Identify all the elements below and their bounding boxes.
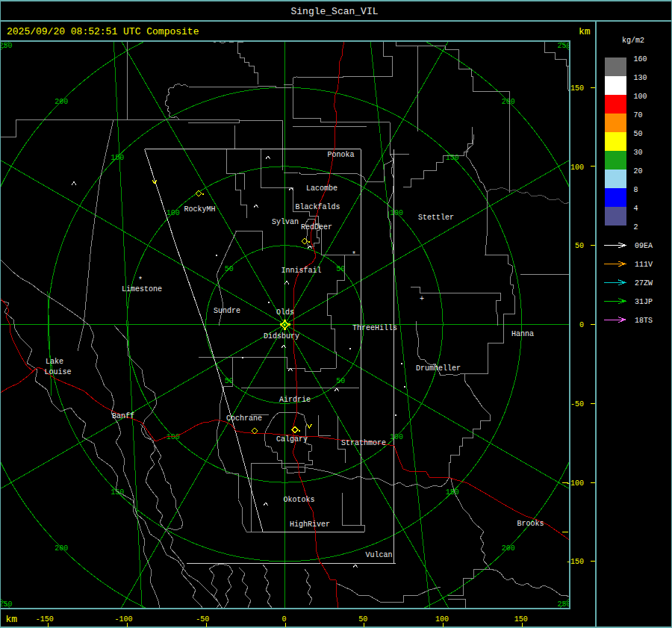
svg-text:-100: -100 xyxy=(566,479,584,488)
svg-text:-50: -50 xyxy=(570,400,584,408)
svg-text:250: 250 xyxy=(0,42,13,50)
svg-text:km: km xyxy=(579,26,591,37)
svg-text:4: 4 xyxy=(633,205,638,213)
svg-text:RedDeer: RedDeer xyxy=(301,223,332,231)
svg-text:100: 100 xyxy=(167,433,180,441)
svg-text:Brooks: Brooks xyxy=(517,520,544,528)
svg-text:2: 2 xyxy=(633,223,638,231)
svg-text:ThreeHills: ThreeHills xyxy=(352,324,397,332)
svg-text:Drumheller: Drumheller xyxy=(416,364,461,373)
svg-text:Blackfalds: Blackfalds xyxy=(295,203,340,211)
svg-text:Hanna: Hanna xyxy=(511,330,534,338)
svg-text:111V: 111V xyxy=(635,261,653,269)
svg-text:Airdrie: Airdrie xyxy=(279,396,311,404)
svg-text:150: 150 xyxy=(446,154,459,162)
svg-text:50: 50 xyxy=(336,377,345,385)
svg-text:70: 70 xyxy=(633,111,642,119)
svg-text:km: km xyxy=(6,614,18,625)
svg-text:RockyMH: RockyMH xyxy=(184,205,215,214)
svg-text:8: 8 xyxy=(633,186,638,194)
svg-text:Innisfail: Innisfail xyxy=(281,267,321,275)
svg-text:130: 130 xyxy=(633,74,647,82)
svg-text:09EA: 09EA xyxy=(635,242,653,250)
svg-text:Limestone: Limestone xyxy=(122,285,162,293)
svg-text:2025/09/20 08:52:51 UTC Compos: 2025/09/20 08:52:51 UTC Composite xyxy=(7,26,199,37)
svg-text:150: 150 xyxy=(570,84,584,93)
svg-text:-150: -150 xyxy=(566,558,584,566)
svg-text:*: * xyxy=(352,251,356,259)
svg-text:0: 0 xyxy=(579,321,584,329)
svg-text:150: 150 xyxy=(446,488,459,497)
svg-text:150: 150 xyxy=(111,488,124,497)
svg-text:100: 100 xyxy=(167,209,180,217)
svg-text:0: 0 xyxy=(281,615,286,624)
svg-text:100: 100 xyxy=(435,615,449,624)
svg-text:20: 20 xyxy=(633,167,642,175)
svg-text:Strathmore: Strathmore xyxy=(341,439,386,447)
svg-text:100: 100 xyxy=(570,164,584,172)
svg-text:27ZW: 27ZW xyxy=(635,279,653,287)
svg-text:250: 250 xyxy=(557,600,570,609)
svg-text:Lacombe: Lacombe xyxy=(306,184,337,193)
svg-text:250: 250 xyxy=(557,42,570,50)
svg-text:150: 150 xyxy=(514,615,528,624)
svg-text:250: 250 xyxy=(0,600,13,609)
svg-text:+: + xyxy=(420,295,424,303)
svg-text:50: 50 xyxy=(633,130,642,138)
svg-text:Didsbury: Didsbury xyxy=(264,332,299,341)
svg-text:50: 50 xyxy=(575,242,584,250)
svg-text:50: 50 xyxy=(225,265,234,273)
svg-text:30: 30 xyxy=(633,149,642,157)
svg-text:200: 200 xyxy=(55,98,68,106)
svg-text:100: 100 xyxy=(390,209,403,217)
svg-text:150: 150 xyxy=(111,154,124,162)
svg-text:Louise: Louise xyxy=(44,368,71,376)
svg-text:160: 160 xyxy=(633,55,647,63)
svg-text:Sylvan: Sylvan xyxy=(272,218,299,226)
svg-text:*: * xyxy=(138,276,143,285)
svg-text:Lake: Lake xyxy=(46,358,63,366)
svg-text:100: 100 xyxy=(390,433,403,441)
svg-text:200: 200 xyxy=(502,544,515,553)
svg-text:100: 100 xyxy=(633,93,647,101)
svg-text:Olds: Olds xyxy=(276,308,294,317)
svg-text:-100: -100 xyxy=(114,615,132,624)
svg-text:200: 200 xyxy=(55,544,68,553)
svg-text:-150: -150 xyxy=(36,615,54,624)
svg-text:Stettler: Stettler xyxy=(418,214,454,222)
svg-text:50: 50 xyxy=(358,615,367,624)
svg-text:18TS: 18TS xyxy=(635,317,653,325)
svg-text:Banff: Banff xyxy=(112,412,134,420)
svg-text:Single_Scan_VIL: Single_Scan_VIL xyxy=(290,6,378,17)
svg-text:Ponoka: Ponoka xyxy=(327,151,354,159)
svg-text:Calgary: Calgary xyxy=(276,435,308,444)
svg-text:HighRiver: HighRiver xyxy=(290,520,330,529)
svg-text:31JP: 31JP xyxy=(635,298,653,306)
svg-text:200: 200 xyxy=(502,98,515,106)
svg-text:Okotoks: Okotoks xyxy=(283,496,314,504)
svg-text:Vulcan: Vulcan xyxy=(365,551,392,559)
svg-text:kg/m2: kg/m2 xyxy=(622,37,644,45)
svg-text:Cochrane: Cochrane xyxy=(226,414,262,423)
svg-text:Sundre: Sundre xyxy=(214,307,240,315)
svg-text:-50: -50 xyxy=(196,615,209,624)
